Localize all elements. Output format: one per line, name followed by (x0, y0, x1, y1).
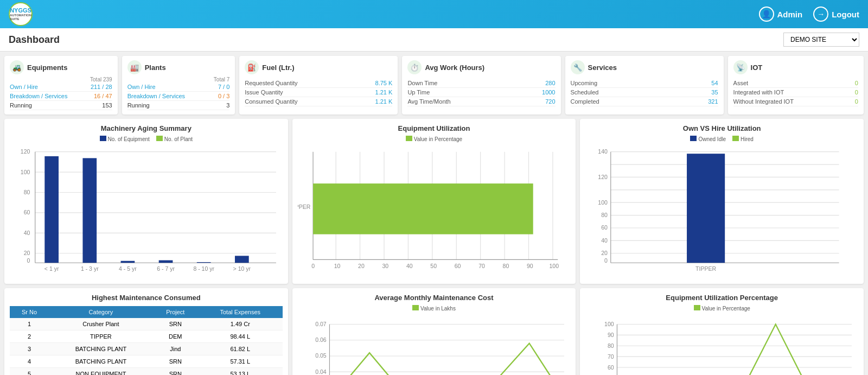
aging-chart-title: Machinery Aging Summary (10, 124, 283, 132)
svg-text:1 - 3 yr: 1 - 3 yr (81, 265, 99, 272)
equipments-total: Total 239 (10, 77, 112, 82)
table-cell: TIPPER (49, 330, 153, 343)
iot-integrated-row: Integrated with IOT 0 (733, 88, 858, 97)
bottom-row: Highest Maintenance Consumed Sr No Categ… (0, 288, 868, 375)
fuel-req-row: Requested Quantity 8.75 K (245, 79, 392, 88)
table-cell: DEM (153, 330, 198, 343)
col-srno: Sr No (10, 306, 49, 318)
plants-running-label: Running (127, 102, 150, 109)
table-cell: 53.13 L (198, 368, 283, 375)
upcoming-row: Upcoming 54 (571, 79, 718, 88)
table-cell: 1 (10, 318, 49, 330)
svg-text:140: 140 (598, 148, 608, 155)
svg-text:120: 120 (598, 174, 608, 180)
own-vs-hire-legend: Owned Idle Hired (585, 136, 858, 142)
hired-legend-item: Hired (732, 136, 754, 142)
svg-text:100: 100 (604, 321, 614, 328)
fuel-issue-row: Issue Quantity 1.21 K (245, 88, 392, 97)
avg-monthly-legend: Value in Lakhs (298, 305, 571, 312)
table-cell: SRN (153, 318, 198, 330)
iot-without-row: Without Integrated IOT 0 (733, 97, 858, 106)
equipments-header: 🚜 Equipments (10, 60, 112, 74)
svg-text:60: 60 (454, 263, 461, 269)
table-cell: BATCHING PLANT (49, 343, 153, 355)
bar-1to3yr-equip (82, 158, 97, 263)
svg-text:6 - 7 yr: 6 - 7 yr (157, 265, 175, 272)
svg-text:80: 80 (24, 189, 30, 195)
svg-text:90: 90 (608, 332, 614, 338)
own-vs-hire-chart-card: Own VS Hire Utilization Owned Idle Hired… (580, 119, 864, 284)
services-icon: 🔧 (571, 60, 585, 74)
maintenance-table-title: Highest Maintenance Consumed (10, 294, 283, 302)
avgtime-row: Avg Time/Month 720 (407, 97, 555, 106)
svg-text:60: 60 (608, 364, 614, 371)
admin-button[interactable]: 👤 Admin (759, 7, 803, 22)
table-cell: 5 (10, 368, 49, 375)
svg-text:0.04: 0.04 (315, 368, 327, 375)
table-cell: Crusher Plant (49, 318, 153, 330)
svg-text:< 1 yr: < 1 yr (44, 265, 59, 272)
plants-running-value: 3 (226, 102, 229, 109)
services-title: Services (588, 63, 617, 72)
header-right: 👤 Admin → Logout (759, 7, 859, 22)
logout-icon: → (813, 7, 828, 22)
table-cell: SRN (153, 368, 198, 375)
equipments-icon: 🚜 (10, 60, 24, 74)
svg-text:60: 60 (602, 224, 608, 231)
breakdown-value: 16 / 47 (94, 93, 112, 99)
bar-gt10yr-equip (235, 256, 249, 263)
svg-text:20: 20 (24, 250, 30, 256)
table-cell: 98.44 L (198, 330, 283, 343)
col-expenses: Total Expenses (198, 306, 283, 318)
table-cell: 61.82 L (198, 343, 283, 355)
uptime-row: Up Time 1000 (407, 88, 555, 97)
iot-asset-label: Asset (733, 80, 749, 86)
logo-subtext: AUTOMATION SUITE (10, 14, 31, 21)
avg-monthly-svg: 0.07 0.06 0.05 0.04 0.03 0.02 (298, 315, 571, 375)
iot-integrated-value: 0 (855, 89, 858, 96)
avg-monthly-chart-card: Average Monthly Maintenance Cost Value i… (292, 288, 576, 375)
iot-without-label: Without Integrated IOT (733, 98, 794, 105)
svg-text:80: 80 (502, 263, 509, 269)
svg-text:0: 0 (27, 257, 30, 264)
table-cell: 57.31 L (198, 355, 283, 368)
svg-text:100: 100 (598, 199, 608, 206)
col-category: Category (49, 306, 153, 318)
iot-icon: 📡 (733, 60, 748, 74)
own-hire-label: Own / Hire (10, 84, 38, 90)
iot-title: IOT (751, 63, 763, 72)
svg-text:70: 70 (478, 263, 485, 269)
logo-text: NYGGS (10, 7, 31, 14)
fuel-req-label: Requested Quantity (245, 80, 297, 86)
svg-text:100: 100 (549, 263, 559, 269)
avgwork-card: ⏱️ Avg Work (Hours) Down Time 280 Up Tim… (402, 56, 560, 115)
dashboard-bar: Dashboard DEMO SITE (0, 28, 868, 52)
site-select[interactable]: DEMO SITE (783, 33, 859, 47)
logo-area: NYGGS AUTOMATION SUITE (9, 2, 33, 26)
svg-text:40: 40 (602, 237, 608, 244)
admin-icon: 👤 (759, 7, 774, 22)
running-value: 153 (102, 102, 112, 109)
aging-legend-plant: No. of Plant (156, 136, 193, 142)
table-cell: 4 (10, 355, 49, 368)
table-cell: NON EQUIPMENT (49, 368, 153, 375)
util-pct-legend: Value in Percentage (585, 305, 858, 312)
completed-row: Completed 321 (571, 97, 718, 106)
bar-4to5yr-equip (121, 261, 135, 263)
svg-text:0: 0 (604, 257, 608, 264)
util-pct-chart-card: Equipment Utilization Percentage Value i… (580, 288, 864, 375)
cards-row: 🚜 Equipments Total 239 Own / Hire 211 / … (0, 52, 868, 119)
avg-monthly-legend-item: Value in Lakhs (412, 305, 456, 312)
plants-running-row: Running 3 (127, 101, 230, 110)
svg-text:> 10 yr: > 10 yr (233, 265, 251, 272)
admin-label: Admin (777, 10, 803, 19)
maintenance-table-card: Highest Maintenance Consumed Sr No Categ… (4, 288, 288, 375)
fuel-consumed-value: 1.21 K (375, 98, 393, 105)
avgwork-header: ⏱️ Avg Work (Hours) (407, 60, 555, 74)
plants-title: Plants (145, 63, 166, 72)
logout-button[interactable]: → Logout (813, 7, 859, 22)
downtime-value: 280 (545, 80, 555, 86)
svg-text:80: 80 (608, 342, 614, 349)
table-row: 4BATCHING PLANTSRN57.31 L (10, 355, 283, 368)
page-title: Dashboard (9, 34, 60, 46)
